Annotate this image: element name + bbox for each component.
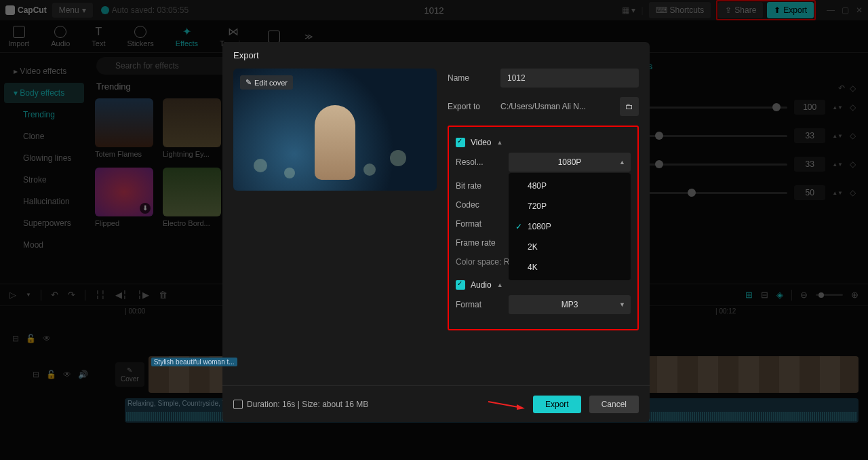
audio-checkbox[interactable] <box>456 280 465 290</box>
option-2k[interactable]: 2K <box>509 237 631 257</box>
arrow-annotation <box>487 398 525 411</box>
option-4k[interactable]: 4K <box>509 257 631 277</box>
clip-label: Stylish beautiful woman t... <box>151 358 237 366</box>
format-label: Format <box>456 219 503 229</box>
bitrate-label: Bit rate <box>456 181 503 191</box>
duration-info: Duration: 16s | Size: about 16 MB <box>233 400 368 409</box>
film-icon <box>233 400 243 409</box>
resolution-label: Resol... <box>456 157 503 167</box>
chevron-down-icon: ▼ <box>619 301 625 308</box>
name-label: Name <box>448 73 495 83</box>
modal-cancel-button[interactable]: Cancel <box>589 396 639 413</box>
video-checkbox[interactable] <box>456 138 465 147</box>
highlight-annotation: Video ▲ Resol... 1080P▲ 480P 720P ✓1080P… <box>448 126 639 330</box>
option-720p[interactable]: 720P <box>509 196 631 216</box>
modal-title: Export <box>222 42 650 69</box>
framerate-label: Frame rate <box>456 238 510 248</box>
svg-marker-1 <box>517 404 525 410</box>
collapse-icon[interactable]: ▲ <box>497 282 503 288</box>
video-section-title: Video <box>471 138 491 147</box>
edit-cover-button[interactable]: ✎Edit cover <box>240 75 293 90</box>
exportto-label: Export to <box>448 102 495 111</box>
browse-folder-button[interactable]: 🗀 <box>620 97 639 116</box>
option-480p[interactable]: 480P <box>509 176 631 196</box>
audio-section-title: Audio <box>471 280 492 290</box>
audio-format-label: Format <box>456 300 503 309</box>
name-input[interactable] <box>500 69 639 88</box>
modal-export-button[interactable]: Export <box>533 396 581 413</box>
svg-line-0 <box>488 402 518 407</box>
folder-icon: 🗀 <box>625 102 633 111</box>
pencil-icon: ✎ <box>245 78 252 87</box>
codec-label: Codec <box>456 200 503 210</box>
resolution-select[interactable]: 1080P▲ 480P 720P ✓1080P 2K 4K <box>509 153 631 172</box>
export-modal: Export ✎Edit cover Name Export to C:/Use… <box>222 42 650 422</box>
exportto-value: C:/Users/Usman Ali N... <box>500 98 614 115</box>
resolution-dropdown: 480P 720P ✓1080P 2K 4K <box>509 173 631 280</box>
check-icon: ✓ <box>515 222 522 231</box>
cover-preview: ✎Edit cover <box>233 69 437 191</box>
chevron-up-icon: ▲ <box>619 159 625 166</box>
collapse-icon[interactable]: ▲ <box>496 139 502 146</box>
audio-format-select[interactable]: MP3▼ <box>509 295 631 314</box>
option-1080p[interactable]: ✓1080P <box>509 216 631 237</box>
